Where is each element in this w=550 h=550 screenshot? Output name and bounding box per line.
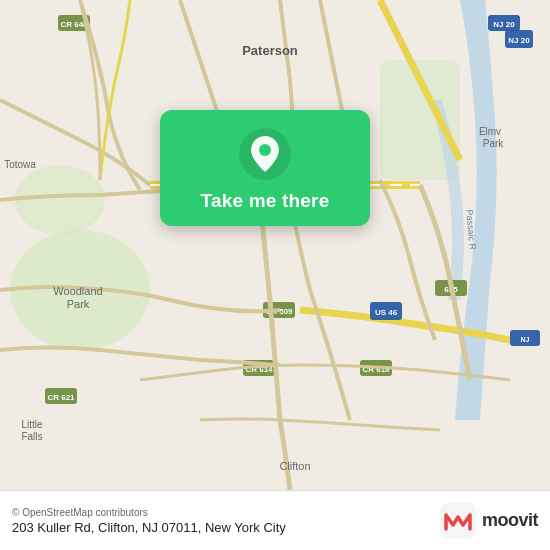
svg-text:NJ 20: NJ 20 [493,20,515,29]
copyright-text: © OpenStreetMap contributors [12,507,286,518]
take-me-there-button[interactable]: Take me there [201,190,330,212]
svg-text:US 46: US 46 [375,308,398,317]
navigation-card[interactable]: Take me there [160,110,370,226]
svg-text:Little: Little [21,419,43,430]
moovit-text: moovit [482,510,538,531]
address-text: 203 Kuller Rd, Clifton, NJ 07011, New Yo… [12,520,286,535]
svg-point-37 [259,144,271,156]
svg-text:Park: Park [67,298,90,310]
moovit-icon [440,503,476,539]
svg-text:Totowa: Totowa [4,159,36,170]
svg-text:Elmv: Elmv [479,126,501,137]
moovit-logo: moovit [440,503,538,539]
svg-text:Falls: Falls [21,431,42,442]
svg-text:Clifton: Clifton [279,460,310,472]
address-section: © OpenStreetMap contributors 203 Kuller … [12,507,286,535]
bottom-bar: © OpenStreetMap contributors 203 Kuller … [0,490,550,550]
svg-text:Woodland: Woodland [53,285,102,297]
svg-text:CR 621: CR 621 [47,393,75,402]
svg-point-2 [15,165,105,235]
svg-text:Park: Park [483,138,505,149]
map-view: I 80 NJ 20 US 46 625 CR 509 CR 614 CR 61… [0,0,550,490]
svg-text:Paterson: Paterson [242,43,298,58]
location-pin-icon [239,128,291,180]
svg-text:NJ 20: NJ 20 [508,36,530,45]
svg-text:NJ: NJ [521,336,530,343]
